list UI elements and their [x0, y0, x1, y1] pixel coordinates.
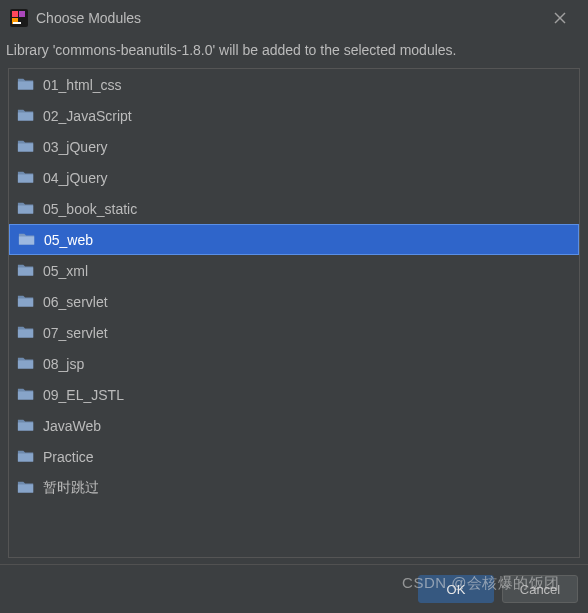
- app-icon: [10, 9, 28, 27]
- list-item[interactable]: 02_JavaScript: [9, 100, 579, 131]
- folder-icon: [17, 201, 35, 216]
- module-label: 暂时跳过: [43, 479, 99, 497]
- list-item[interactable]: 09_EL_JSTL: [9, 379, 579, 410]
- info-text: Library 'commons-beanutils-1.8.0' will b…: [0, 36, 588, 68]
- svg-rect-2: [19, 11, 25, 17]
- list-item[interactable]: JavaWeb: [9, 410, 579, 441]
- folder-icon: [17, 418, 35, 433]
- list-item[interactable]: 03_jQuery: [9, 131, 579, 162]
- module-label: 05_xml: [43, 263, 88, 279]
- svg-rect-4: [13, 22, 21, 24]
- list-item[interactable]: 08_jsp: [9, 348, 579, 379]
- titlebar: Choose Modules: [0, 0, 588, 36]
- button-bar: OK Cancel: [418, 575, 578, 603]
- module-label: 09_EL_JSTL: [43, 387, 124, 403]
- dialog-title: Choose Modules: [36, 10, 542, 26]
- folder-icon: [17, 263, 35, 278]
- folder-icon: [17, 387, 35, 402]
- cancel-button[interactable]: Cancel: [502, 575, 578, 603]
- list-item[interactable]: 07_servlet: [9, 317, 579, 348]
- svg-rect-1: [12, 11, 18, 17]
- folder-icon: [17, 170, 35, 185]
- module-label: Practice: [43, 449, 94, 465]
- module-label: 03_jQuery: [43, 139, 108, 155]
- module-label: 05_book_static: [43, 201, 137, 217]
- list-item[interactable]: 04_jQuery: [9, 162, 579, 193]
- folder-icon: [17, 480, 35, 495]
- folder-icon: [18, 232, 36, 247]
- module-label: JavaWeb: [43, 418, 101, 434]
- list-item[interactable]: 05_xml: [9, 255, 579, 286]
- module-label: 08_jsp: [43, 356, 84, 372]
- module-label: 04_jQuery: [43, 170, 108, 186]
- list-item[interactable]: 06_servlet: [9, 286, 579, 317]
- module-list[interactable]: 01_html_css 02_JavaScript 03_jQuery 04_j…: [8, 68, 580, 558]
- close-button[interactable]: [542, 0, 578, 36]
- list-item[interactable]: 05_book_static: [9, 193, 579, 224]
- divider: [0, 564, 588, 565]
- ok-button[interactable]: OK: [418, 575, 494, 603]
- list-item[interactable]: 暂时跳过: [9, 472, 579, 503]
- folder-icon: [17, 77, 35, 92]
- module-label: 07_servlet: [43, 325, 108, 341]
- list-item[interactable]: 05_web: [9, 224, 579, 255]
- module-label: 06_servlet: [43, 294, 108, 310]
- list-item[interactable]: 01_html_css: [9, 69, 579, 100]
- module-label: 02_JavaScript: [43, 108, 132, 124]
- folder-icon: [17, 108, 35, 123]
- module-label: 01_html_css: [43, 77, 122, 93]
- folder-icon: [17, 139, 35, 154]
- close-icon: [554, 12, 566, 24]
- folder-icon: [17, 449, 35, 464]
- module-label: 05_web: [44, 232, 93, 248]
- folder-icon: [17, 356, 35, 371]
- list-item[interactable]: Practice: [9, 441, 579, 472]
- folder-icon: [17, 294, 35, 309]
- folder-icon: [17, 325, 35, 340]
